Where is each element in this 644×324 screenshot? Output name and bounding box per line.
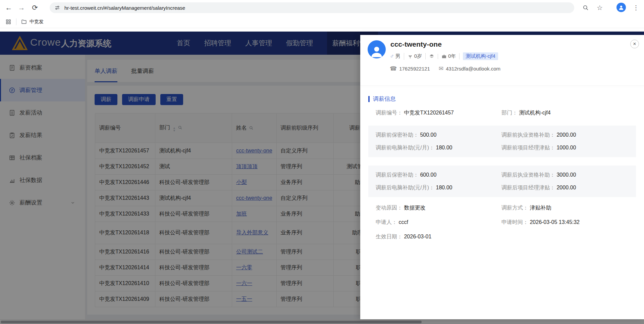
- field-row: 调薪前电脑补助(元/月)： 180.00调薪前项目经理津贴： 1000.00: [376, 144, 629, 152]
- field-row: 调薪前保密补助： 500.00调薪前执业资格补助： 2000.00: [376, 131, 629, 139]
- phone-icon: ☎: [390, 65, 397, 72]
- field-value: 2000.00: [555, 132, 576, 138]
- mail-icon: ✉: [439, 65, 443, 72]
- field-value: 中竞发TX120261457: [402, 110, 454, 115]
- field-value: 180.00: [434, 145, 452, 150]
- screen: ← → ⟳ hr-test.croweit.cn/#/salaryManagem…: [0, 0, 644, 324]
- apps-grid-icon[interactable]: [5, 19, 11, 25]
- field-pair: 调薪前电脑补助(元/月)： 180.00: [376, 144, 501, 152]
- employee-avatar: [368, 40, 386, 58]
- section-title-bar: [368, 96, 370, 102]
- back-icon[interactable]: ←: [3, 2, 14, 13]
- field-pair: 调薪前执业资格补助： 2000.00: [501, 131, 629, 139]
- field-label: 调薪前项目经理津贴：: [501, 145, 555, 150]
- field-pair: 调薪后执业资格补助： 3000.00: [501, 171, 629, 179]
- field-value: 测试机构-cjf4: [518, 110, 551, 115]
- field-row: 调薪编号： 中竞发TX120261457部门： 测试机构-cjf4: [376, 109, 636, 117]
- section-title-text: 调薪信息: [373, 95, 396, 103]
- section-title: 调薪信息: [368, 95, 636, 103]
- bookmarks-bar: 中竞发: [0, 15, 644, 28]
- field-label: 部门：: [501, 110, 518, 115]
- sapling-icon: [408, 54, 413, 59]
- field-pair: 调薪后项目经理津贴： 2000.00: [501, 184, 629, 192]
- bookmark-label: 中竞发: [30, 19, 44, 25]
- field-value: 600.00: [419, 172, 436, 178]
- field-pair: 部门： 测试机构-cjf4: [501, 109, 636, 117]
- bookmarks-divider: [16, 18, 16, 25]
- field-value: 3000.00: [555, 172, 576, 178]
- work-years-value: 0年: [448, 53, 456, 59]
- employee-meta: ♂ 男 0岁 0年 测试机构-cjf4: [390, 52, 501, 60]
- employee-contact: ☎ 17625922121 ✉ 4312rsdfa@outlook.com: [390, 65, 500, 72]
- drawer-body: 调薪信息 调薪编号： 中竞发TX120261457部门： 测试机构-cjf4调薪…: [360, 86, 644, 319]
- field-label: 申请时间：: [501, 219, 528, 225]
- employee-name: ccc-twenty-one: [390, 40, 442, 48]
- salary-info-sections: 调薪编号： 中竞发TX120261457部门： 测试机构-cjf4调薪前保密补助…: [368, 109, 636, 241]
- field-section-1: 调薪编号： 中竞发TX120261457部门： 测试机构-cjf4: [368, 109, 636, 117]
- reload-icon[interactable]: ⟳: [30, 2, 40, 13]
- org-tag-segment: 测试机构-cjf4: [460, 52, 501, 60]
- site-settings-icon[interactable]: [54, 5, 60, 11]
- education-segment: [426, 54, 438, 59]
- field-row: 变动原因： 数据更改调薪方式： 津贴补助: [376, 204, 636, 212]
- phone-value: 17625922121: [399, 66, 430, 72]
- menu-dots-icon[interactable]: ⋮: [631, 2, 641, 13]
- forward-icon[interactable]: →: [16, 2, 27, 13]
- zoom-icon[interactable]: [580, 2, 591, 13]
- briefcase-icon: [441, 54, 447, 59]
- close-icon[interactable]: ×: [630, 40, 639, 48]
- field-row: 生效日期： 2026-03-01: [376, 233, 636, 241]
- folder-icon: [21, 19, 27, 25]
- field-label: 调薪前电脑补助(元/月)：: [376, 145, 434, 150]
- field-pair: 调薪方式： 津贴补助: [501, 204, 636, 212]
- phone-segment: ☎ 17625922121: [390, 65, 430, 72]
- field-label: 调薪前执业资格补助：: [501, 132, 555, 138]
- field-pair: 调薪后保密补助： 600.00: [376, 171, 501, 179]
- field-value: 180.00: [434, 185, 452, 190]
- field-section-2: 调薪前保密补助： 500.00调薪前执业资格补助： 2000.00调薪前电脑补助…: [368, 126, 636, 157]
- field-label: 调薪后电脑补助(元/月)：: [376, 185, 434, 190]
- field-value: 2000.00: [555, 185, 576, 190]
- field-label: 生效日期：: [376, 234, 402, 239]
- detail-drawer: × ccc-twenty-one ♂ 男 0岁 0年 测试机构-cjf4: [360, 35, 644, 319]
- field-label: 调薪编号：: [376, 110, 402, 115]
- field-row: 调薪后保密补助： 600.00调薪后执业资格补助： 3000.00: [376, 171, 629, 179]
- field-label: 调薪后项目经理津贴：: [501, 185, 555, 190]
- field-label: 申请人：: [376, 219, 397, 225]
- field-label: 调薪后执业资格补助：: [501, 172, 555, 178]
- field-section-3: 调薪后保密补助： 600.00调薪后执业资格补助： 3000.00调薪后电脑补助…: [368, 166, 636, 197]
- field-row: 申请人： cccf申请时间： 2026-03-05 13:45:32: [376, 218, 636, 226]
- field-pair: 生效日期： 2026-03-01: [376, 233, 501, 241]
- field-pair: 调薪后电脑补助(元/月)： 180.00: [376, 184, 501, 192]
- url-bar[interactable]: hr-test.croweit.cn/#/salaryManagement/sa…: [50, 2, 574, 13]
- field-section-4: 变动原因： 数据更改调薪方式： 津贴补助申请人： cccf申请时间： 2026-…: [368, 204, 636, 241]
- field-value: 2026-03-05 13:45:32: [528, 219, 580, 225]
- age-segment: 0岁: [404, 53, 426, 59]
- field-label: 调薪方式：: [501, 205, 528, 211]
- browser-toolbar: ← → ⟳ hr-test.croweit.cn/#/salaryManagem…: [0, 0, 644, 15]
- bookmark-folder[interactable]: 中竞发: [21, 19, 44, 25]
- age-value: 0岁: [414, 53, 422, 59]
- field-pair: 变动原因： 数据更改: [376, 204, 501, 212]
- field-value: 津贴补助: [528, 205, 551, 211]
- url-text: hr-test.croweit.cn/#/salaryManagement/sa…: [64, 5, 185, 11]
- field-value: 500.00: [419, 132, 436, 138]
- org-tag: 测试机构-cjf4: [463, 52, 498, 60]
- field-pair: 调薪前保密补助： 500.00: [376, 131, 501, 139]
- email-value: 4312rsdfa@outlook.com: [446, 66, 500, 72]
- field-row: 调薪后电脑补助(元/月)： 180.00调薪后项目经理津贴： 2000.00: [376, 184, 629, 192]
- field-label: 调薪后保密补助：: [376, 172, 419, 178]
- bookmark-star-icon[interactable]: ☆: [594, 2, 605, 13]
- gender-value: 男: [395, 53, 400, 59]
- male-icon: ♂: [390, 53, 394, 60]
- field-pair: 调薪编号： 中竞发TX120261457: [376, 109, 501, 117]
- field-value: cccf: [397, 219, 408, 225]
- field-label: 调薪前保密补助：: [376, 132, 419, 138]
- field-pair: 申请时间： 2026-03-05 13:45:32: [501, 218, 636, 226]
- field-pair: 申请人： cccf: [376, 218, 501, 226]
- layers-icon: [429, 54, 434, 59]
- field-label: 变动原因：: [376, 205, 402, 211]
- work-years-segment: 0年: [438, 53, 460, 59]
- profile-avatar-icon[interactable]: [616, 3, 626, 12]
- email-segment: ✉ 4312rsdfa@outlook.com: [439, 65, 500, 72]
